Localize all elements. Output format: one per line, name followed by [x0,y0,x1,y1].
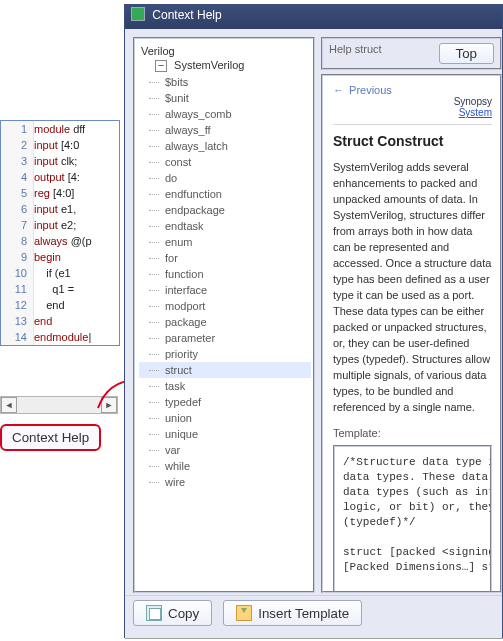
tree-item-modport[interactable]: modport [139,298,311,314]
code-line[interactable]: 10 if (e1 [1,265,119,281]
help-title: Struct Construct [333,133,492,149]
tree-item-const[interactable]: const [139,154,311,170]
tree-item-task[interactable]: task [139,378,311,394]
window-button-bar: Copy Insert Template [125,595,502,638]
tree-root-verilog[interactable]: Verilog [141,45,311,57]
template-label: Template: [333,427,492,439]
tree-item-endfunction[interactable]: endfunction [139,186,311,202]
line-number: 12 [1,297,34,313]
tree-item-interface[interactable]: interface [139,282,311,298]
copy-icon [146,605,162,621]
line-number: 11 [1,281,34,297]
tree-item-unique[interactable]: unique [139,426,311,442]
scroll-left-icon[interactable]: ◄ [1,397,17,413]
top-button[interactable]: Top [439,43,495,64]
line-number: 8 [1,233,34,249]
tree-item-endpackage[interactable]: endpackage [139,202,311,218]
line-number: 6 [1,201,34,217]
help-header-label: Help struct [329,43,382,55]
context-help-button[interactable]: Context Help [0,424,101,451]
line-number: 7 [1,217,34,233]
insert-template-button[interactable]: Insert Template [223,600,362,626]
tree-item-alwayslatch[interactable]: always_latch [139,138,311,154]
window-titlebar[interactable]: Context Help [125,5,502,29]
code-line[interactable]: 12 end [1,297,119,313]
app-icon [131,7,145,21]
line-number: 13 [1,313,34,329]
source-links: Synopsy System [333,96,492,118]
code-line[interactable]: 6input e1, [1,201,119,217]
help-panel: Help struct Top ← Previous Synopsy Syste… [321,37,502,593]
code-line[interactable]: 11 q1 = [1,281,119,297]
arrow-left-icon: ← [333,84,344,96]
line-number: 10 [1,265,34,281]
code-line[interactable]: 5reg [4:0] [1,185,119,201]
tree-item-typedef[interactable]: typedef [139,394,311,410]
tree-item-wire[interactable]: wire [139,474,311,490]
tree-item-parameter[interactable]: parameter [139,330,311,346]
line-number: 2 [1,137,34,153]
code-line[interactable]: 3input clk; [1,153,119,169]
tree-item-union[interactable]: union [139,410,311,426]
copy-button[interactable]: Copy [133,600,212,626]
context-help-window: Context Help Verilog − SystemVerilog $bi… [124,4,503,638]
tree-item-priority[interactable]: priority [139,346,311,362]
help-header: Help struct Top [321,37,502,70]
help-content[interactable]: ← Previous Synopsy System Struct Constru… [321,74,502,593]
tree-item-alwayscomb[interactable]: always_comb [139,106,311,122]
tree-item-endtask[interactable]: endtask [139,218,311,234]
tree-item-package[interactable]: package [139,314,311,330]
tree-item-struct[interactable]: struct [139,362,311,378]
tree-item-enum[interactable]: enum [139,234,311,250]
code-line[interactable]: 7input e2; [1,217,119,233]
code-line[interactable]: 8always @(p [1,233,119,249]
collapse-icon[interactable]: − [155,60,167,72]
line-number: 3 [1,153,34,169]
code-line[interactable]: 2input [4:0 [1,137,119,153]
code-line[interactable]: 4output [4: [1,169,119,185]
tree-item-bits[interactable]: $bits [139,74,311,90]
code-editor[interactable]: 1module dff2input [4:03input clk;4output… [0,120,120,346]
line-number: 9 [1,249,34,265]
tree-group-systemverilog[interactable]: − SystemVerilog [155,59,311,72]
tree-item-alwaysff[interactable]: always_ff [139,122,311,138]
line-number: 14 [1,329,34,345]
line-number: 4 [1,169,34,185]
code-line[interactable]: 9begin [1,249,119,265]
line-number: 1 [1,121,34,137]
tree-item-for[interactable]: for [139,250,311,266]
tree-item-do[interactable]: do [139,170,311,186]
line-number: 5 [1,185,34,201]
separator [333,124,492,125]
insert-icon [236,605,252,621]
code-line[interactable]: 14endmodule| [1,329,119,345]
tree-item-function[interactable]: function [139,266,311,282]
source-link[interactable]: System [459,107,492,118]
code-line[interactable]: 13end [1,313,119,329]
help-paragraph: SystemVerilog adds several enhancements … [333,159,492,415]
tree-item-while[interactable]: while [139,458,311,474]
previous-link[interactable]: ← Previous [333,84,492,96]
tree-item-unit[interactable]: $unit [139,90,311,106]
template-code[interactable]: /*Structure data type is a collection of… [333,445,492,593]
window-title: Context Help [152,8,221,22]
tree-item-var[interactable]: var [139,442,311,458]
tree-panel[interactable]: Verilog − SystemVerilog $bits$unitalways… [133,37,315,593]
code-line[interactable]: 1module dff [1,121,119,137]
